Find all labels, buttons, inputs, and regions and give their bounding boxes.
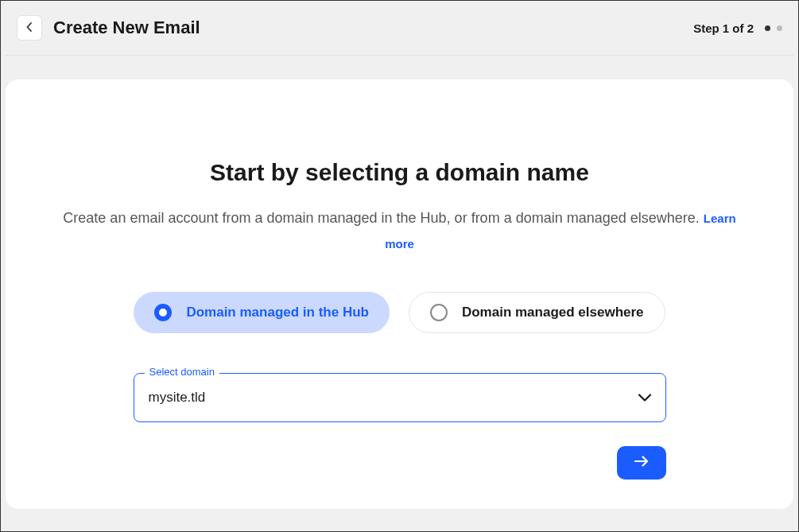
page-title: Create New Email [53,17,200,38]
action-row [134,446,666,480]
chevron-left-icon [26,22,33,34]
back-button[interactable] [17,15,42,41]
select-value: mysite.tld [149,390,206,406]
description-text: Create an email account from a domain ma… [63,210,703,226]
header-left: Create New Email [17,15,200,41]
radio-label-elsewhere: Domain managed elsewhere [462,305,644,320]
radio-option-elsewhere[interactable]: Domain managed elsewhere [409,292,665,333]
arrow-right-icon [634,456,649,469]
main-heading: Start by selecting a domain name [53,159,746,186]
sub-text: Create an email account from a domain ma… [53,205,746,257]
radio-circle-unselected-icon [430,304,448,321]
chevron-down-icon [638,390,651,405]
radio-circle-selected-icon [154,304,172,321]
select-domain-wrapper: Select domain mysite.tld [134,373,666,422]
step-dot-inactive [777,25,782,31]
step-indicator: Step 1 of 2 [693,21,754,35]
radio-label-hub: Domain managed in the Hub [186,305,369,320]
step-dots [765,25,782,31]
domain-radio-group: Domain managed in the Hub Domain managed… [53,292,746,333]
main-card: Start by selecting a domain name Create … [6,80,793,509]
next-button[interactable] [617,446,666,480]
header-right: Step 1 of 2 [693,21,782,35]
select-domain-dropdown[interactable]: mysite.tld [134,373,666,422]
step-dot-active [765,25,770,31]
page-header: Create New Email Step 1 of 2 [1,1,798,55]
content-area: Start by selecting a domain name Create … [1,56,798,514]
radio-option-hub[interactable]: Domain managed in the Hub [134,292,390,333]
select-label: Select domain [145,366,219,378]
